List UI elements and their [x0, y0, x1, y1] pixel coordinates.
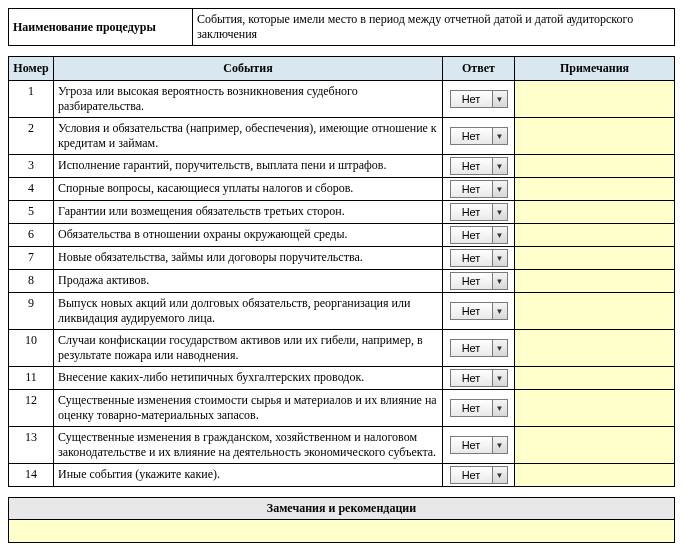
chevron-down-icon: ▼	[492, 181, 507, 197]
row-note[interactable]	[515, 155, 675, 178]
row-event: Спорные вопросы, касающиеся уплаты налог…	[54, 178, 443, 201]
row-number: 2	[9, 118, 54, 155]
row-number: 9	[9, 293, 54, 330]
answer-dropdown[interactable]: Нет▼	[450, 339, 508, 357]
remarks-body[interactable]	[9, 520, 675, 543]
row-number: 7	[9, 247, 54, 270]
events-table-header-row: Номер События Ответ Примечания	[9, 57, 675, 81]
table-row: 10Случаи конфискации государством активо…	[9, 330, 675, 367]
row-number: 3	[9, 155, 54, 178]
chevron-down-icon: ▼	[492, 303, 507, 319]
table-row: 3Исполнение гарантий, поручительств, вып…	[9, 155, 675, 178]
row-event: Исполнение гарантий, поручительств, выпл…	[54, 155, 443, 178]
answer-value: Нет	[451, 402, 492, 414]
chevron-down-icon: ▼	[492, 158, 507, 174]
answer-dropdown[interactable]: Нет▼	[450, 466, 508, 484]
row-event: Условия и обязательства (например, обесп…	[54, 118, 443, 155]
row-event: Угроза или высокая вероятность возникнов…	[54, 81, 443, 118]
row-event: Существенные изменения стоимости сырья и…	[54, 390, 443, 427]
row-answer-cell: Нет▼	[443, 367, 515, 390]
answer-dropdown[interactable]: Нет▼	[450, 90, 508, 108]
chevron-down-icon: ▼	[492, 204, 507, 220]
row-note[interactable]	[515, 464, 675, 487]
row-number: 4	[9, 178, 54, 201]
answer-value: Нет	[451, 160, 492, 172]
row-answer-cell: Нет▼	[443, 224, 515, 247]
row-number: 6	[9, 224, 54, 247]
chevron-down-icon: ▼	[492, 91, 507, 107]
chevron-down-icon: ▼	[492, 400, 507, 416]
answer-dropdown[interactable]: Нет▼	[450, 127, 508, 145]
table-row: 6Обязательства в отношении охраны окружа…	[9, 224, 675, 247]
row-note[interactable]	[515, 247, 675, 270]
answer-value: Нет	[451, 275, 492, 287]
answer-dropdown[interactable]: Нет▼	[450, 203, 508, 221]
answer-dropdown[interactable]: Нет▼	[450, 399, 508, 417]
row-note[interactable]	[515, 367, 675, 390]
row-answer-cell: Нет▼	[443, 118, 515, 155]
row-event: Случаи конфискации государством активов …	[54, 330, 443, 367]
answer-dropdown[interactable]: Нет▼	[450, 157, 508, 175]
table-row: 8Продажа активов.Нет▼	[9, 270, 675, 293]
row-answer-cell: Нет▼	[443, 330, 515, 367]
row-answer-cell: Нет▼	[443, 155, 515, 178]
chevron-down-icon: ▼	[492, 227, 507, 243]
answer-value: Нет	[451, 305, 492, 317]
answer-value: Нет	[451, 439, 492, 451]
col-header-answer: Ответ	[443, 57, 515, 81]
row-answer-cell: Нет▼	[443, 247, 515, 270]
row-note[interactable]	[515, 330, 675, 367]
row-event: Новые обязательства, займы или договоры …	[54, 247, 443, 270]
table-row: 11Внесение каких-либо нетипичных бухгалт…	[9, 367, 675, 390]
table-row: 4Спорные вопросы, касающиеся уплаты нало…	[9, 178, 675, 201]
answer-value: Нет	[451, 229, 492, 241]
procedure-header-table: Наименование процедуры События, которые …	[8, 8, 675, 46]
row-answer-cell: Нет▼	[443, 427, 515, 464]
answer-value: Нет	[451, 252, 492, 264]
answer-dropdown[interactable]: Нет▼	[450, 302, 508, 320]
procedure-label: Наименование процедуры	[9, 9, 193, 46]
row-number: 13	[9, 427, 54, 464]
col-header-notes: Примечания	[515, 57, 675, 81]
answer-dropdown[interactable]: Нет▼	[450, 180, 508, 198]
chevron-down-icon: ▼	[492, 467, 507, 483]
row-number: 12	[9, 390, 54, 427]
answer-value: Нет	[451, 183, 492, 195]
row-answer-cell: Нет▼	[443, 178, 515, 201]
row-note[interactable]	[515, 118, 675, 155]
row-note[interactable]	[515, 390, 675, 427]
answer-value: Нет	[451, 93, 492, 105]
row-number: 1	[9, 81, 54, 118]
row-number: 14	[9, 464, 54, 487]
answer-dropdown[interactable]: Нет▼	[450, 249, 508, 267]
row-note[interactable]	[515, 427, 675, 464]
chevron-down-icon: ▼	[492, 250, 507, 266]
row-note[interactable]	[515, 293, 675, 330]
row-note[interactable]	[515, 178, 675, 201]
row-event: Выпуск новых акций или долговых обязател…	[54, 293, 443, 330]
procedure-value: События, которые имели место в период ме…	[193, 9, 675, 46]
row-event: Продажа активов.	[54, 270, 443, 293]
table-row: 9Выпуск новых акций или долговых обязате…	[9, 293, 675, 330]
table-row: 12Существенные изменения стоимости сырья…	[9, 390, 675, 427]
answer-dropdown[interactable]: Нет▼	[450, 436, 508, 454]
chevron-down-icon: ▼	[492, 370, 507, 386]
row-number: 11	[9, 367, 54, 390]
chevron-down-icon: ▼	[492, 128, 507, 144]
answer-dropdown[interactable]: Нет▼	[450, 226, 508, 244]
answer-value: Нет	[451, 206, 492, 218]
row-event: Внесение каких-либо нетипичных бухгалтер…	[54, 367, 443, 390]
row-note[interactable]	[515, 270, 675, 293]
row-note[interactable]	[515, 224, 675, 247]
table-row: 7Новые обязательства, займы или договоры…	[9, 247, 675, 270]
chevron-down-icon: ▼	[492, 437, 507, 453]
row-event: Существенные изменения в гражданском, хо…	[54, 427, 443, 464]
table-row: 2Условия и обязательства (например, обес…	[9, 118, 675, 155]
answer-dropdown[interactable]: Нет▼	[450, 369, 508, 387]
answer-dropdown[interactable]: Нет▼	[450, 272, 508, 290]
row-note[interactable]	[515, 81, 675, 118]
row-answer-cell: Нет▼	[443, 293, 515, 330]
row-answer-cell: Нет▼	[443, 81, 515, 118]
row-note[interactable]	[515, 201, 675, 224]
row-number: 10	[9, 330, 54, 367]
